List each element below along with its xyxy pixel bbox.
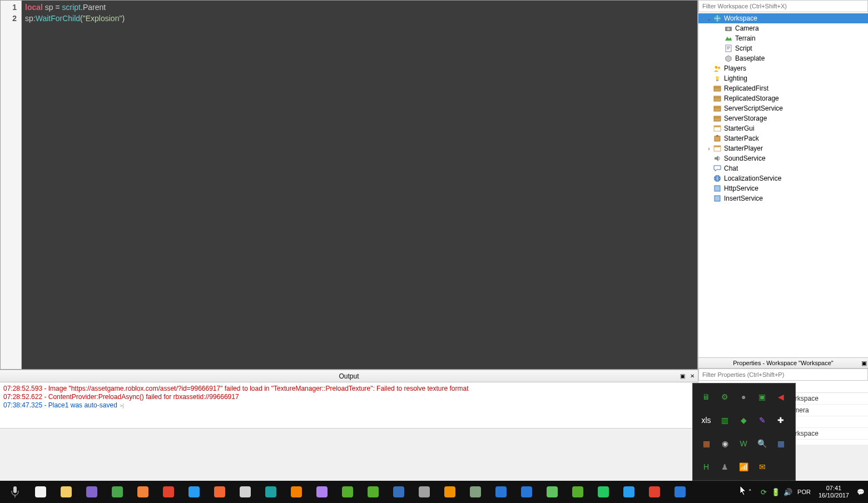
lighting-icon (713, 74, 722, 83)
tray-sync-icon[interactable]: ⟳ (757, 488, 770, 496)
tray-popup-item[interactable]: ▦ (700, 437, 713, 450)
explorer-item-workspace[interactable]: ⌄Workspace (698, 13, 868, 23)
output-line[interactable]: 07:28:52.622 - ContentProvider:PreloadAs… (3, 393, 695, 401)
taskbar-evernote[interactable] (335, 481, 360, 503)
tray-popup-item[interactable]: ⚙ (718, 390, 732, 404)
taskbar-pycharm[interactable] (463, 481, 488, 503)
output-body[interactable]: 07:28:52.593 - Image "https://assetgame.… (0, 382, 698, 428)
taskbar-monitor[interactable] (232, 481, 258, 503)
output-line[interactable]: 07:28:52.593 - Image "https://assetgame.… (3, 385, 695, 393)
taskbar-postman[interactable] (207, 481, 232, 503)
code-editor[interactable]: local sp = script.Parentsp:WaitForChild(… (22, 1, 697, 369)
taskbar-circle[interactable] (488, 481, 514, 503)
tray-volume-icon[interactable]: 🔊 (782, 488, 794, 496)
tray-popup-item[interactable]: ▣ (756, 390, 769, 404)
taskbar-blender[interactable] (284, 481, 309, 503)
tray-popup-item[interactable]: ▦ (774, 437, 787, 450)
explorer-item-chat[interactable]: Chat (698, 163, 868, 173)
taskbar[interactable]: ˄ ⟳ 🔋 🔊 POR 07:41 16/10/2017 💬 (0, 481, 868, 503)
tray-popup-item[interactable]: ✚ (774, 414, 787, 427)
tray-popup-item[interactable]: W (737, 437, 750, 450)
taskbar-firefox[interactable] (130, 481, 156, 503)
taskbar-whatsapp[interactable] (591, 481, 616, 503)
taskbar-telegram[interactable] (616, 481, 642, 503)
taskbar-mic-icon[interactable] (2, 481, 28, 503)
tray-popup-item[interactable]: 🔍 (756, 437, 769, 450)
taskbar-photos[interactable] (79, 481, 105, 503)
taskbar-opera[interactable] (156, 481, 181, 503)
tray-popup-item[interactable]: ◉ (718, 437, 732, 450)
explorer-filter[interactable] (698, 0, 868, 12)
globe2-icon (713, 174, 722, 183)
taskbar-sublime[interactable] (437, 481, 463, 503)
taskbar-terminal[interactable] (411, 481, 437, 503)
explorer-item-baseplate[interactable]: Baseplate (698, 53, 868, 63)
tray-popup-item[interactable]: H (700, 460, 713, 474)
explorer-item-players[interactable]: Players (698, 63, 868, 73)
code-line[interactable]: sp:WaitForChild("Explosion") (25, 13, 694, 24)
taskbar-browser2[interactable] (514, 481, 539, 503)
taskbar-bars[interactable] (642, 481, 667, 503)
explorer-tree[interactable]: ⌄WorkspaceCameraTerrainScriptBaseplatePl… (698, 12, 868, 357)
explorer-item-soundservice[interactable]: SoundService (698, 153, 868, 163)
explorer-item-startergui[interactable]: StarterGui (698, 123, 868, 133)
tray-popup-item[interactable]: ♟ (718, 460, 732, 474)
explorer-item-localizationservice[interactable]: LocalizationService (698, 173, 868, 183)
tray-popup-item[interactable]: ◀ (774, 390, 787, 404)
explorer-item-replicatedfirst[interactable]: ReplicatedFirst (698, 83, 868, 93)
tray-popup-item[interactable]: 📶 (737, 460, 750, 474)
explorer-item-terrain[interactable]: Terrain (698, 33, 868, 43)
tree-caret-icon[interactable]: ⌄ (705, 16, 713, 22)
tree-item-label: SoundService (724, 155, 766, 162)
explorer-item-serverstorage[interactable]: ServerStorage (698, 113, 868, 123)
svg-rect-35 (316, 486, 328, 497)
explorer-item-replicatedstorage[interactable]: ReplicatedStorage (698, 93, 868, 103)
tree-caret-icon[interactable]: › (705, 146, 713, 152)
svg-rect-44 (547, 486, 558, 497)
system-tray-popup[interactable]: 🖥⚙●▣◀xls▥◆✎✚▦◉W🔍▦H♟📶✉ (692, 383, 796, 481)
tray-clock[interactable]: 07:41 16/10/2017 (814, 485, 854, 499)
taskbar-powershell[interactable] (386, 481, 411, 503)
taskbar-roblox-studio[interactable] (667, 481, 693, 503)
taskbar-chrome[interactable] (105, 481, 130, 503)
tray-popup-item[interactable]: ✎ (756, 414, 769, 427)
taskbar-photoshop[interactable] (258, 481, 284, 503)
tray-action-center-icon[interactable]: 💬 (854, 489, 868, 496)
tray-popup-item[interactable]: ● (737, 390, 750, 404)
explorer-item-insertservice[interactable]: InsertService (698, 193, 868, 203)
explorer-item-script[interactable]: Script (698, 43, 868, 53)
code-line[interactable]: local sp = script.Parent (25, 2, 694, 13)
chat-icon (713, 164, 722, 173)
tray-language[interactable]: POR (794, 489, 814, 495)
taskbar-search[interactable] (28, 481, 53, 503)
explorer-item-serverscriptservice[interactable]: ServerScriptService (698, 103, 868, 113)
tray-popup-item[interactable]: ✉ (756, 460, 769, 474)
taskbar-heart[interactable] (539, 481, 565, 503)
taskbar-ie[interactable] (181, 481, 207, 503)
tray-popup-item[interactable]: ▥ (718, 414, 732, 427)
svg-point-2 (727, 28, 730, 31)
taskbar-atom[interactable] (360, 481, 386, 503)
taskbar-app1[interactable] (309, 481, 335, 503)
terrain-icon (724, 34, 733, 43)
explorer-item-starterplayer[interactable]: ›StarterPlayer (698, 143, 868, 153)
tree-item-label: ServerScriptService (724, 104, 783, 112)
svg-rect-31 (214, 486, 225, 497)
explorer-item-lighting[interactable]: Lighting (698, 73, 868, 83)
properties-dock-button[interactable]: ▣ (861, 360, 867, 366)
tray-popup-item[interactable]: 🖥 (700, 390, 713, 404)
tray-popup-item[interactable]: ◆ (737, 414, 750, 427)
explorer-item-starterpack[interactable]: StarterPack (698, 133, 868, 143)
output-close-button[interactable]: ✕ (688, 372, 697, 381)
output-line[interactable]: 07:38:47.325 - Place1 was auto-saved >| (3, 401, 695, 410)
tray-chevron-icon[interactable]: ˄ (743, 489, 757, 496)
tray-battery-icon[interactable]: 🔋 (770, 488, 782, 496)
explorer-item-camera[interactable]: Camera (698, 23, 868, 33)
tray-popup-item[interactable]: xls (700, 414, 713, 427)
properties-filter[interactable] (698, 368, 868, 381)
part-icon (724, 54, 733, 63)
explorer-item-httpservice[interactable]: HttpService (698, 183, 868, 193)
taskbar-shopify[interactable] (565, 481, 591, 503)
taskbar-file-explorer[interactable] (53, 481, 79, 503)
output-dock-button[interactable]: ▣ (678, 372, 687, 381)
